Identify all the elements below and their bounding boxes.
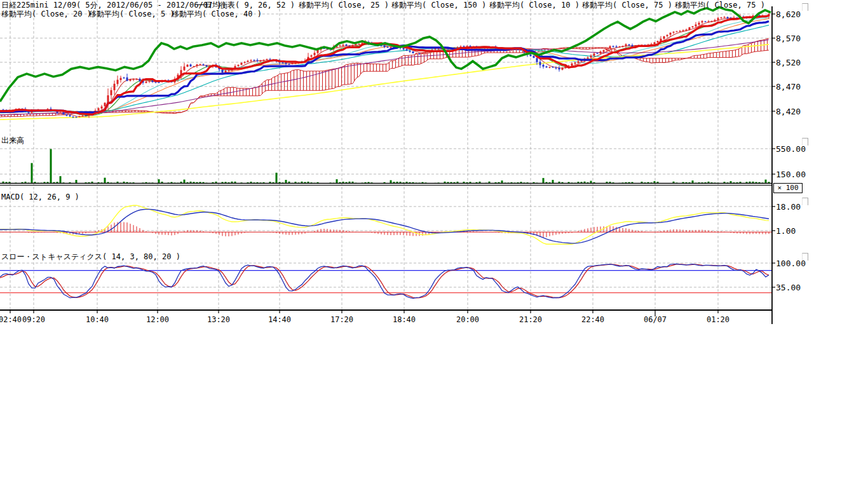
legend-item: 移動平均( Close, 5 ) xyxy=(89,9,175,20)
price-axis-label: 8,520 xyxy=(776,58,801,67)
legend-item: 移動平均( Close, 25 ) xyxy=(299,0,389,11)
chart-canvas xyxy=(0,0,868,356)
stochastics-pane-label: スロー・ストキャスティクス( 14, 3, 80, 20 ) xyxy=(1,253,180,261)
macd-axis-label: 18.00 xyxy=(776,202,801,212)
macd-pane-label: MACD( 12, 26, 9 ) xyxy=(1,193,79,201)
legend-item: 移動平均( Close, 75 ) xyxy=(582,0,672,11)
legend-item: 移動平均( Close, 75 ) xyxy=(675,0,765,11)
macd-axis-label: 1.00 xyxy=(776,226,796,236)
price-axis-label: 8,420 xyxy=(776,107,801,116)
price-axis-label: 8,470 xyxy=(776,82,801,92)
time-axis-label: 10:40 xyxy=(86,315,109,324)
time-axis-label: 01:20 xyxy=(707,315,729,324)
legend-item: 移動平均( Close, 20 ) xyxy=(1,9,92,20)
price-axis-label: 8,620 xyxy=(776,10,801,19)
time-axis-label: 02:40 xyxy=(0,315,22,324)
macd-pane-icon[interactable] xyxy=(802,198,808,205)
chart-application-window: 日経225mini 12/09( 5分, 2012/06/05 - 2012/0… xyxy=(0,0,868,488)
stoch-axis-label: 35.00 xyxy=(776,283,801,292)
volume-axis-label: 150.00 xyxy=(776,170,806,179)
time-axis-label: 18:40 xyxy=(393,315,416,324)
time-axis-label: 06/07 xyxy=(644,315,667,324)
legend-item: 移動平均( Close, 40 ) xyxy=(172,9,262,20)
time-axis-label: 09:20 xyxy=(22,315,45,324)
price-pane-icon[interactable] xyxy=(802,3,808,11)
stoch-axis-label: 100.00 xyxy=(776,259,806,268)
volume-multiplier-badge: × 100 xyxy=(773,183,803,193)
volume-axis-label: 550.00 xyxy=(776,144,806,154)
price-axis-label: 8,570 xyxy=(776,34,801,43)
time-axis-label: 22:40 xyxy=(581,315,604,324)
volume-pane-icon[interactable] xyxy=(802,138,808,146)
time-axis-label: 17:20 xyxy=(330,315,353,324)
legend-item: 移動平均( Close, 150 ) xyxy=(391,0,486,11)
time-axis-label: 21:20 xyxy=(519,315,542,324)
volume-pane-label: 出来高 xyxy=(1,137,24,145)
time-axis-label: 12:00 xyxy=(146,315,169,324)
time-axis-label: 14:40 xyxy=(268,315,291,324)
time-axis-label: 13:20 xyxy=(207,315,230,324)
stoch-pane-icon[interactable] xyxy=(802,253,808,261)
legend-item: 移動平均( Close, 10 ) xyxy=(489,0,580,11)
time-axis-label: 20:00 xyxy=(456,315,479,324)
